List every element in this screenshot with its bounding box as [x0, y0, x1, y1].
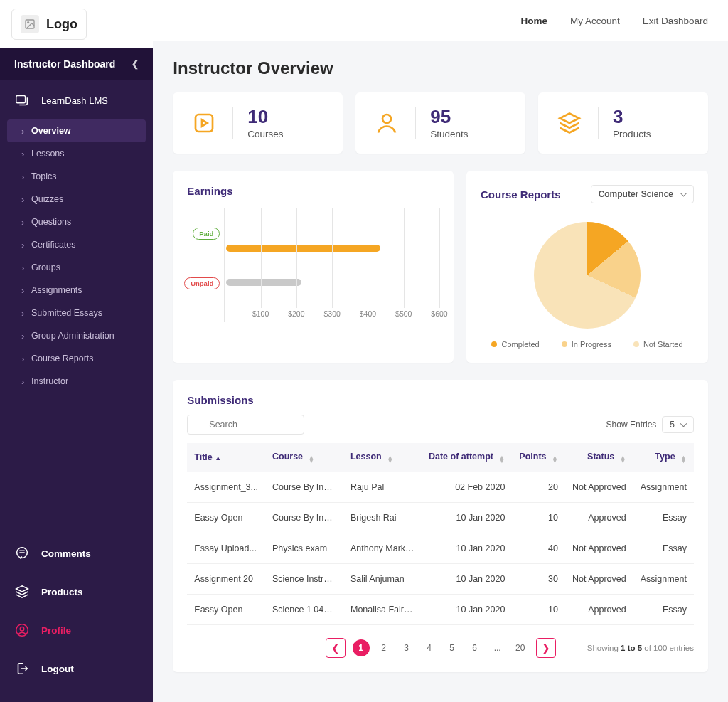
sidebar-item-lessons[interactable]: Lessons [7, 142, 146, 165]
svg-rect-2 [16, 96, 26, 103]
submissions-card: Submissions Show Entries 5 Title ▲Course… [173, 380, 708, 672]
page-number[interactable]: 4 [421, 639, 438, 656]
column-title[interactable]: Title ▲ [187, 443, 265, 472]
cell: Not Approved [565, 564, 633, 595]
column-lesson[interactable]: Lesson ▲▼ [343, 443, 422, 472]
topnav-home[interactable]: Home [520, 16, 547, 26]
sidebar-item-submitted-essays[interactable]: Submitted Essays [7, 302, 146, 324]
table-row[interactable]: Eassy OpenScience 1 044agfMonalisa Fairl… [187, 595, 694, 625]
svg-point-1 [28, 22, 29, 23]
search-input[interactable] [187, 415, 304, 435]
page-next-button[interactable]: ❯ [536, 638, 556, 658]
sidebar-title[interactable]: Instructor Dashboard ❮ [0, 48, 153, 80]
sidebar-section-label: LearnDash LMS [41, 95, 108, 106]
table-row[interactable]: Eassy OpenCourse By InstructorBrigesh Ra… [187, 503, 694, 533]
cell: Science Instructor [265, 564, 343, 595]
legend-dot-icon [633, 341, 639, 347]
show-entries-select[interactable]: 5 [662, 416, 694, 433]
sidebar-item-course-reports[interactable]: Course Reports [7, 347, 146, 370]
sort-icon: ▲▼ [498, 456, 505, 463]
sidebar-item-certificates[interactable]: Certificates [7, 233, 146, 256]
page-number[interactable]: ... [489, 639, 506, 656]
sidebar-item-quizzes[interactable]: Quizzes [7, 188, 146, 211]
column-points[interactable]: Points ▲▼ [512, 443, 565, 472]
stat-students: 95Students [355, 92, 525, 154]
table-row[interactable]: Assignment_3...Course By InstructorRaju … [187, 472, 694, 503]
sidebar-nav: OverviewLessonsTopicsQuizzesQuestionsCer… [0, 115, 153, 403]
comment-icon [14, 546, 30, 561]
sidebar-item-instructor[interactable]: Instructor [7, 370, 146, 393]
column-status[interactable]: Status ▲▼ [565, 443, 633, 472]
user-icon [14, 622, 30, 638]
logo[interactable]: Logo [11, 9, 87, 40]
cell: Essay Upload... [187, 533, 265, 564]
sidebar-item-assignments[interactable]: Assignments [7, 279, 146, 302]
play-icon [190, 109, 218, 137]
sidebar-link-profile[interactable]: Profile [0, 611, 153, 649]
table-row[interactable]: Assignment 20Science InstructorSalil Anj… [187, 564, 694, 595]
stat-value: 10 [247, 107, 283, 126]
logout-icon [14, 661, 30, 676]
user-icon [373, 109, 401, 137]
cell: 40 [512, 533, 565, 564]
sidebar-link-label: Profile [41, 625, 71, 636]
showing-suffix: of 100 entries [642, 644, 694, 652]
sidebar-link-products[interactable]: Products [0, 573, 153, 611]
legend-item: Not Started [633, 340, 683, 349]
sidebar-item-group-administration[interactable]: Group Administration [7, 324, 146, 347]
sidebar-link-label: Products [41, 587, 83, 597]
page-number[interactable]: 3 [398, 639, 415, 656]
cell: Assignment [633, 564, 694, 595]
page-number[interactable]: 20 [512, 639, 529, 656]
show-entries-label: Show Entries [606, 420, 657, 430]
chevron-left-icon: ❮ [132, 59, 139, 69]
pagination: ❮ 123456...20 ❯ Showing 1 to 5 of 100 en… [187, 638, 694, 658]
earnings-label-paid: Paid [193, 228, 220, 240]
sidebar-item-overview[interactable]: Overview [7, 119, 146, 142]
submissions-title: Submissions [187, 394, 694, 406]
sidebar-section-lms[interactable]: LearnDash LMS [0, 80, 153, 115]
stat-courses: 10Courses [173, 92, 343, 154]
sort-icon: ▲▼ [309, 456, 315, 463]
showing-text: Showing 1 to 5 of 100 entries [587, 644, 694, 652]
cell: Brigesh Rai [343, 503, 422, 533]
cell: Salil Anjuman [343, 564, 422, 595]
pie-icon [534, 222, 641, 329]
sidebar-links: Comments Products Profile Logout [0, 530, 153, 688]
table-row[interactable]: Essay Upload...Physics examAnthony Marku… [187, 533, 694, 564]
reports-course-select[interactable]: Computer Science [591, 185, 694, 203]
earnings-card: Earnings PaidUnpaid $100$200$300$400$500… [173, 171, 454, 363]
cell: Assignment [633, 472, 694, 503]
sidebar-link-logout[interactable]: Logout [0, 649, 153, 688]
reports-legend: CompletedIn ProgressNot Started [481, 340, 694, 349]
page-prev-button[interactable]: ❮ [326, 638, 346, 658]
sidebar-item-groups[interactable]: Groups [7, 256, 146, 279]
stat-label: Products [613, 129, 651, 139]
sidebar-link-comments[interactable]: Comments [0, 534, 153, 573]
legend-item: In Progress [562, 340, 611, 349]
topnav-exit[interactable]: Exit Dashboard [643, 16, 708, 26]
cell: Monalisa Fairlady [343, 595, 422, 625]
submissions-table: Title ▲Course ▲▼Lesson ▲▼Date of attempt… [187, 443, 694, 625]
sidebar-item-topics[interactable]: Topics [7, 165, 146, 188]
cell: 10 Jan 2020 [422, 595, 512, 625]
earnings-bar-paid [226, 245, 380, 252]
column-date-of-attempt[interactable]: Date of attempt ▲▼ [422, 443, 512, 472]
page-number[interactable]: 5 [444, 639, 461, 656]
content: Instructor Overview 10Courses95Students3… [153, 41, 728, 689]
topnav-account[interactable]: My Account [570, 16, 620, 26]
page-number[interactable]: 6 [466, 639, 483, 656]
column-course[interactable]: Course ▲▼ [265, 443, 343, 472]
stat-value: 95 [430, 107, 468, 126]
logo-text: Logo [46, 17, 77, 32]
cell: Essay [633, 595, 694, 625]
sort-icon: ▲▼ [680, 456, 687, 463]
sidebar-item-questions[interactable]: Questions [7, 211, 146, 233]
cell: Course By Instructor [265, 472, 343, 503]
cell: Approved [565, 503, 633, 533]
stats-row: 10Courses95Students3Products [173, 92, 708, 154]
column-type[interactable]: Type ▲▼ [633, 443, 694, 472]
page-number[interactable]: 1 [353, 639, 370, 656]
stat-label: Students [430, 129, 468, 139]
page-number[interactable]: 2 [375, 639, 392, 656]
